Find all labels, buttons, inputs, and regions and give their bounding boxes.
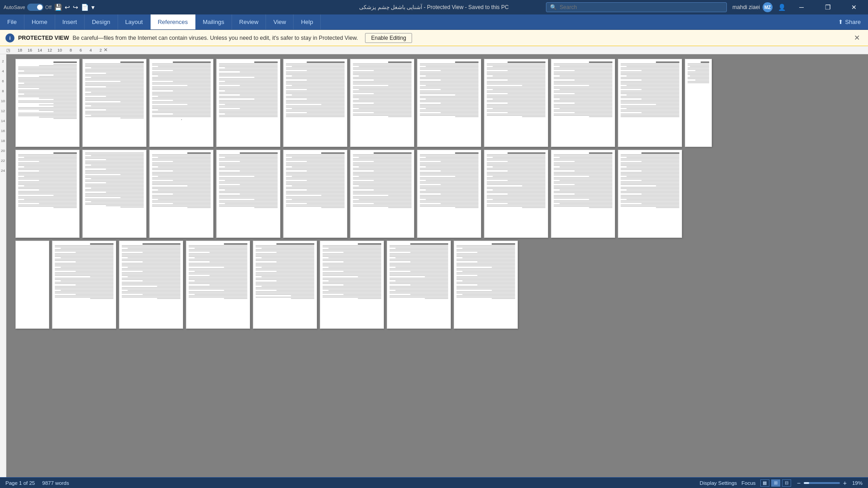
page-27[interactable]: [387, 241, 451, 329]
page-9[interactable]: [551, 59, 615, 147]
page-26[interactable]: [320, 241, 384, 329]
title-bar-left: AutoSave Off 💾 ↩ ↪ 📄 ▾: [4, 4, 95, 11]
multiple-pages-icon[interactable]: ⊞: [771, 479, 780, 487]
ruler: ◳ 18 16 14 12 10 8 6 4 2 ✕: [0, 46, 868, 54]
tab-review[interactable]: Review: [232, 14, 266, 29]
title-bar: AutoSave Off 💾 ↩ ↪ 📄 ▾ آشنایی باشغل چشم …: [0, 0, 868, 14]
page-16[interactable]: [283, 150, 347, 238]
zoom-in-button[interactable]: +: [842, 479, 848, 487]
vruler-24: 24: [1, 166, 5, 175]
ruler-close[interactable]: ✕: [104, 47, 108, 53]
page-19[interactable]: [484, 150, 548, 238]
page-10[interactable]: [618, 59, 682, 147]
user-avatar: MZ: [763, 2, 773, 12]
profile-icon[interactable]: 👤: [778, 4, 786, 11]
page-row-1: ٭: [15, 59, 859, 147]
ruler-num-12: 12: [42, 48, 52, 52]
autosave-label: AutoSave: [4, 5, 25, 10]
page-1[interactable]: [15, 59, 80, 147]
tab-insert[interactable]: Insert: [55, 14, 85, 29]
vruler-4: 4: [2, 66, 4, 76]
page-13[interactable]: [82, 150, 147, 238]
vruler-10: 10: [1, 96, 5, 106]
tab-view[interactable]: View: [266, 14, 294, 29]
vruler-20: 20: [1, 146, 5, 156]
page-20[interactable]: [551, 150, 615, 238]
redo-icon[interactable]: ↪: [73, 4, 78, 11]
document-area[interactable]: ٭: [6, 54, 868, 477]
page-23[interactable]: [119, 241, 183, 329]
page-5[interactable]: [283, 59, 347, 147]
page-8[interactable]: [484, 59, 548, 147]
vruler-16: 16: [1, 126, 5, 136]
tab-home[interactable]: Home: [24, 14, 55, 29]
ruler-numbers: 18 16 14 12 10 8 6 4 2: [12, 48, 102, 52]
minimize-button[interactable]: ─: [791, 0, 812, 14]
autosave-toggle[interactable]: [27, 4, 43, 11]
web-layout-icon[interactable]: ⊟: [782, 479, 791, 487]
autosave-area[interactable]: AutoSave Off: [4, 4, 52, 11]
autosave-state: Off: [45, 5, 52, 10]
user-area[interactable]: mahdi ziaei MZ: [732, 2, 773, 12]
restore-button[interactable]: ❐: [817, 0, 838, 14]
page-15[interactable]: [216, 150, 280, 238]
page-7[interactable]: [417, 59, 481, 147]
save-icon[interactable]: 💾: [54, 4, 62, 11]
focus-button[interactable]: Focus: [741, 480, 755, 486]
page-21[interactable]: [618, 150, 682, 238]
vruler-12: 12: [1, 106, 5, 116]
page-22-space[interactable]: [15, 241, 49, 329]
tab-layout[interactable]: Layout: [118, 14, 151, 29]
main-layout: 2 4 6 8 10 12 14 16 18 20 22 24: [0, 54, 868, 477]
share-button[interactable]: ⬆ Share: [831, 14, 868, 29]
undo-icon[interactable]: ↩: [65, 4, 70, 11]
page-17[interactable]: [350, 150, 414, 238]
zoom-out-button[interactable]: −: [796, 479, 802, 487]
vertical-ruler: 2 4 6 8 10 12 14 16 18 20 22 24: [0, 54, 6, 477]
page-25[interactable]: [253, 241, 317, 329]
ruler-num-14: 14: [32, 48, 42, 52]
vruler-18: 18: [1, 136, 5, 146]
ruler-num-6: 6: [72, 48, 82, 52]
new-doc-icon[interactable]: 📄: [81, 4, 89, 11]
word-count: 9877 words: [42, 480, 69, 486]
tab-references[interactable]: References: [151, 14, 195, 29]
page-24[interactable]: [186, 241, 250, 329]
document-title: آشنایی باشغل چشم پزشکی - Protected View …: [359, 4, 508, 10]
search-input[interactable]: [560, 4, 723, 10]
protected-bar: i PROTECTED VIEW Be careful—files from t…: [0, 30, 868, 46]
zoom-slider[interactable]: [804, 482, 840, 484]
display-settings[interactable]: Display Settings: [700, 480, 737, 486]
search-box[interactable]: 🔍: [546, 2, 727, 12]
page-2[interactable]: [82, 59, 147, 147]
tab-mailings[interactable]: Mailings: [195, 14, 232, 29]
vruler-6: 6: [2, 76, 4, 86]
search-icon: 🔍: [550, 4, 557, 10]
zoom-controls: − + 19%: [796, 479, 863, 487]
page-11-partial[interactable]: [685, 59, 712, 147]
enable-editing-button[interactable]: Enable Editing: [365, 33, 412, 43]
page-18[interactable]: [417, 150, 481, 238]
close-button[interactable]: ✕: [844, 0, 864, 14]
page-14[interactable]: [149, 150, 213, 238]
more-icon[interactable]: ▾: [91, 4, 95, 11]
ruler-num-4: 4: [82, 48, 92, 52]
tab-design[interactable]: Design: [85, 14, 118, 29]
page-4[interactable]: [216, 59, 280, 147]
view-mode-icons: ▦ ⊞ ⊟: [760, 479, 791, 487]
ruler-icon[interactable]: ◳: [6, 48, 10, 52]
page-12[interactable]: [15, 150, 80, 238]
page-row-2: [15, 150, 859, 238]
ruler-num-10: 10: [52, 48, 62, 52]
protected-icon: i: [5, 33, 14, 43]
page-22[interactable]: [52, 241, 116, 329]
vruler-14: 14: [1, 116, 5, 126]
page-3[interactable]: ٭: [149, 59, 213, 147]
page-6[interactable]: [350, 59, 414, 147]
tab-help[interactable]: Help: [294, 14, 321, 29]
print-layout-icon[interactable]: ▦: [760, 479, 769, 487]
ruler-num-2: 2: [92, 48, 102, 52]
tab-file[interactable]: File: [0, 14, 24, 29]
close-bar-button[interactable]: ✕: [851, 33, 863, 42]
page-28[interactable]: [454, 241, 518, 329]
